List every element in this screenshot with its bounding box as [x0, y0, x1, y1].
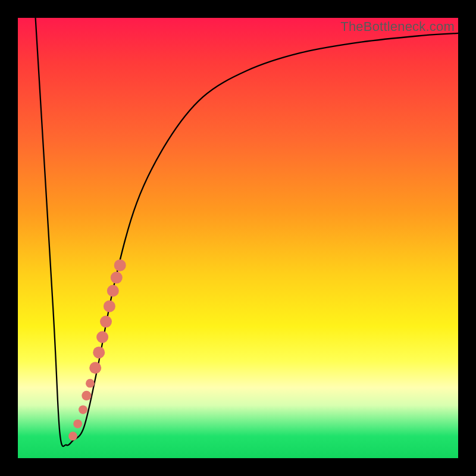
scatter-point — [79, 405, 87, 414]
scatter-point — [82, 391, 91, 400]
scatter-points — [68, 259, 126, 440]
scatter-point — [96, 331, 108, 343]
scatter-point — [114, 259, 126, 271]
bottleneck-curve — [36, 18, 458, 446]
scatter-point — [100, 316, 112, 328]
scatter-point — [89, 362, 101, 374]
scatter-point — [107, 285, 119, 297]
curve-layer — [18, 18, 458, 458]
scatter-point — [111, 272, 123, 284]
scatter-point — [73, 419, 82, 428]
scatter-point — [93, 346, 105, 358]
scatter-point — [68, 432, 77, 441]
scatter-point — [86, 379, 95, 388]
plot-area: TheBottleneck.com — [18, 18, 458, 458]
watermark-text: TheBottleneck.com — [340, 19, 455, 35]
scatter-point — [104, 300, 115, 312]
chart-stage: TheBottleneck.com — [0, 0, 476, 476]
